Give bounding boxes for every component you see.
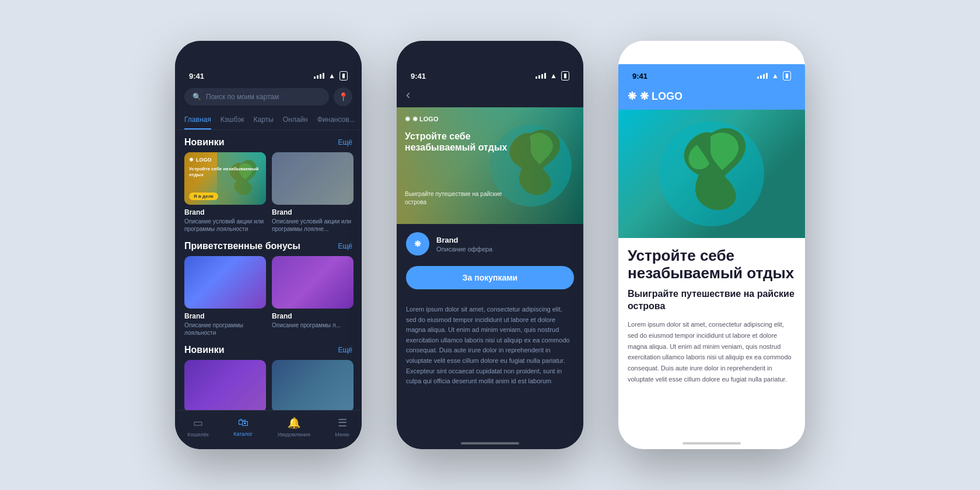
phone-2-screen: 9:41 ▲ ▮ ‹ — [397, 41, 583, 449]
brand-avatar: ❋ — [406, 232, 429, 256]
tab-finance[interactable]: Финансов... — [317, 111, 355, 130]
back-icon: ‹ — [406, 88, 410, 102]
notch-3 — [680, 41, 744, 56]
tab-main[interactable]: Главная — [184, 111, 211, 130]
section-2-title: Приветственные бонусы — [184, 241, 300, 251]
description-text: Lorem ipsum dolor sit amet, consectetur … — [397, 299, 583, 393]
card-6-image — [272, 360, 354, 412]
card-3[interactable]: Brand Описание программы лояльности — [184, 256, 266, 338]
section-3-header: Новинки Ещё — [175, 338, 362, 360]
section-1-more[interactable]: Ещё — [338, 138, 352, 146]
nav-wallet[interactable]: ▭ Кошелёк — [187, 416, 208, 438]
hero-subtitle: Выиграйте путешествие на райские острова — [405, 190, 513, 206]
nav-menu[interactable]: ☰ Меню — [335, 416, 349, 438]
wifi-icon-3: ▲ — [772, 72, 779, 80]
card-2-bg — [272, 152, 354, 205]
section-2-more[interactable]: Ещё — [338, 242, 352, 250]
search-placeholder: Поиск по моим картам — [206, 93, 279, 101]
card-1-desc: Описание условий акции или программы лоя… — [184, 218, 266, 233]
card-1-cta[interactable]: Я в деле — [189, 192, 218, 200]
card-4-desc: Описание программы л... — [272, 321, 354, 329]
bell-icon: 🔔 — [288, 416, 300, 429]
phone-3-island-svg — [653, 116, 770, 232]
home-indicator-2 — [461, 442, 519, 444]
wallet-icon: ▭ — [193, 416, 203, 429]
card-3-brand: Brand — [184, 312, 266, 320]
brand-row: ❋ Brand Описание оффера — [397, 224, 583, 264]
card-4-info: Brand Описание программы л... — [272, 309, 354, 330]
card-5-image — [184, 360, 266, 412]
nav-notifications-label: Уведомления — [278, 432, 310, 438]
card-4-image — [272, 256, 354, 309]
location-icon: 📍 — [338, 92, 348, 102]
location-button[interactable]: 📍 — [334, 88, 352, 106]
card-3-info: Brand Описание программы лояльности — [184, 309, 266, 338]
card-5[interactable] — [184, 360, 266, 412]
wifi-icon-1: ▲ — [328, 72, 335, 80]
signal-icon-2 — [536, 73, 546, 79]
phone-1: 9:41 ▲ ▮ 🔍 — [175, 41, 362, 449]
card-1-image: ❋LOGO Устройте себе незабываемый отдых Я… — [184, 152, 266, 205]
menu-icon: ☰ — [338, 416, 347, 429]
home-indicator-3 — [682, 442, 741, 444]
bottom-nav-1: ▭ Кошелёк 🛍 Каталог 🔔 Уведомления ☰ Меню — [175, 410, 362, 449]
hero-title: Устройте себе незабываемый отдых — [405, 131, 508, 153]
brand-offer: Описание оффера — [436, 246, 492, 253]
nav-tabs: Главная Кэшбэк Карты Онлайн Финансов... — [175, 111, 362, 130]
card-4[interactable]: Brand Описание программы л... — [272, 256, 354, 338]
section-2-header: Приветственные бонусы Ещё — [175, 234, 362, 256]
card-2[interactable]: Brand Описание условий акции или програм… — [272, 152, 354, 234]
card-6[interactable] — [272, 360, 354, 412]
brand-avatar-icon: ❋ — [414, 239, 421, 249]
nav-wallet-label: Кошелёк — [187, 432, 208, 438]
section-3-more[interactable]: Ещё — [338, 346, 352, 354]
card-1[interactable]: ❋LOGO Устройте себе незабываемый отдых Я… — [184, 152, 266, 234]
search-row: 🔍 Поиск по моим картам 📍 — [175, 83, 362, 111]
section-1-title: Новинки — [184, 137, 225, 148]
card-1-logo: ❋LOGO — [189, 157, 212, 163]
hero-logo: ❋ ❋ LOGO — [405, 116, 438, 123]
nav-catalog[interactable]: 🛍 Каталог — [233, 416, 253, 438]
phones-container: 9:41 ▲ ▮ 🔍 — [128, 18, 852, 473]
phone-3: 9:41 ▲ ▮ ❋ — [618, 41, 805, 449]
phone-3-hero — [618, 110, 805, 238]
card-2-image — [272, 152, 354, 205]
time-2: 9:41 — [411, 72, 426, 80]
phone-2-content: 9:41 ▲ ▮ ‹ — [397, 41, 583, 449]
time-1: 9:41 — [189, 72, 204, 80]
status-icons-2: ▲ ▮ — [536, 71, 569, 80]
card-4-brand: Brand — [272, 312, 354, 320]
section-3-title: Новинки — [184, 345, 225, 355]
phone-3-content: 9:41 ▲ ▮ ❋ — [618, 41, 805, 449]
back-button[interactable]: ‹ — [397, 83, 583, 107]
battery-icon-2: ▮ — [561, 71, 569, 80]
tab-cards[interactable]: Карты — [254, 111, 274, 130]
shop-button[interactable]: За покупками — [406, 266, 574, 289]
card-1-brand: Brand — [184, 208, 266, 216]
card-2-brand: Brand — [272, 208, 354, 216]
catalog-icon: 🛍 — [238, 416, 249, 429]
tab-cashback[interactable]: Кэшбэк — [220, 111, 244, 130]
phone-3-island — [653, 116, 770, 232]
hero-overlay — [397, 107, 583, 224]
status-bar-2: 9:41 ▲ ▮ — [397, 64, 583, 83]
status-icons-3: ▲ ▮ — [757, 71, 791, 80]
notch-1 — [236, 41, 300, 56]
signal-icon-3 — [757, 73, 768, 79]
nav-notifications[interactable]: 🔔 Уведомления — [278, 416, 310, 438]
phone-3-header: ❋ ❋ LOGO — [618, 83, 805, 110]
phone-3-desc: Lorem ipsum dolor sit amet, consectetur … — [628, 319, 796, 384]
phone-3-main-subtitle: Выиграйте путешествие на райские острова — [628, 288, 796, 313]
brand-name: Brand — [436, 236, 492, 244]
signal-icon-1 — [314, 73, 324, 79]
section-1-header: Новинки Ещё — [175, 130, 362, 152]
hero-banner: ❋ ❋ LOGO Устройте себе незабываемый отды… — [397, 107, 583, 224]
card-1-text: Устройте себе незабываемый отдых — [189, 166, 261, 178]
tab-online[interactable]: Онлайн — [283, 111, 308, 130]
cards-row-1: ❋LOGO Устройте себе незабываемый отдых Я… — [175, 152, 362, 234]
search-bar[interactable]: 🔍 Поиск по моим картам — [184, 88, 329, 106]
status-bar-3: 9:41 ▲ ▮ — [618, 64, 805, 83]
card-2-info: Brand Описание условий акции или програм… — [272, 205, 354, 234]
cards-row-2: Brand Описание программы лояльности Bran… — [175, 256, 362, 338]
phone-2: 9:41 ▲ ▮ ‹ — [397, 41, 583, 449]
